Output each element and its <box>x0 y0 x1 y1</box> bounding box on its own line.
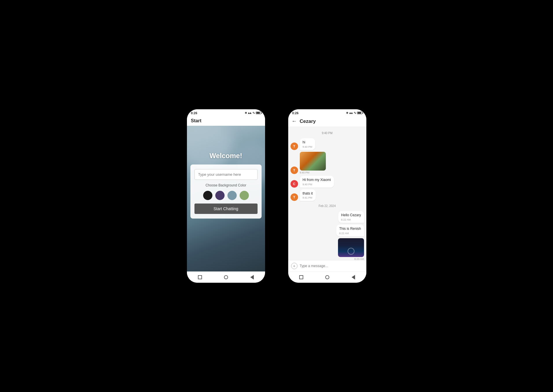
bubble-3: thats it 9:41 PM <box>300 189 316 201</box>
bubble-text-3: thats it <box>303 191 313 196</box>
bubble-time-2: 9:40 PM <box>303 183 331 186</box>
setup-card: Choose Background Color Start Chatting <box>190 164 262 219</box>
back-icon-2[interactable] <box>351 275 356 280</box>
welcome-text: Welcome! <box>187 152 265 160</box>
message-row-1: T hi 9:40 PM <box>291 138 364 150</box>
recents-icon[interactable] <box>223 275 229 280</box>
avatar-T-2: T <box>291 193 298 201</box>
phone-start: 0:26 ∗ ▴▴ ∿ Start Welcome! Choose Backgr… <box>187 109 265 283</box>
bubble-time-5: 6:22 AM <box>339 232 361 235</box>
chat-input-area: + <box>288 260 366 271</box>
message-row-img-1: T 9:40 PM <box>291 152 364 174</box>
date-divider-1: 9:40 PM <box>291 132 364 135</box>
status-icons-2: ∗ ▴▴ ∿ <box>346 111 362 115</box>
bubble-text-2: Hi from my Xiaomi <box>303 177 331 182</box>
avatar-T-1: T <box>291 143 298 150</box>
bubble-time-img1: 9:40 PM <box>300 171 326 174</box>
avatar-T-img: T <box>291 167 298 174</box>
chat-header: ← Cezary <box>288 116 366 127</box>
photo-device <box>338 238 364 257</box>
color-label: Choose Background Color <box>194 183 258 187</box>
wifi-icon-2: ∿ <box>354 111 356 115</box>
phone-chat: 0:26 ∗ ▴▴ ∿ ← Cezary 9:40 PM T hi 9:40 P… <box>288 109 366 283</box>
bubble-time-1: 9:40 PM <box>303 145 313 148</box>
status-bar-2: 0:26 ∗ ▴▴ ∿ <box>288 109 366 116</box>
bluetooth-icon: ∗ <box>245 111 247 115</box>
status-time-1: 0:26 <box>191 111 197 115</box>
chat-title: Cezary <box>300 119 316 124</box>
bubble-time-4: 6:22 AM <box>341 218 361 221</box>
add-attachment-button[interactable]: + <box>291 263 297 269</box>
start-content: Welcome! Choose Background Color Start C… <box>187 126 265 271</box>
recents-icon-2[interactable] <box>325 275 330 280</box>
message-row-img-2: 6:23 AM <box>291 238 364 260</box>
bubble-1: hi 9:40 PM <box>300 138 315 150</box>
app-header: Start <box>187 116 265 126</box>
status-icons-1: ∗ ▴▴ ∿ <box>245 111 261 115</box>
image-bubble-2: 6:23 AM <box>338 238 364 260</box>
wifi-icon: ∿ <box>252 111 255 115</box>
color-swatches <box>194 191 258 200</box>
photo-person <box>300 152 326 171</box>
bottom-nav-1 <box>187 271 265 283</box>
bubble-2: Hi from my Xiaomi 9:40 PM <box>300 176 334 188</box>
signal-icon-2: ▴▴ <box>349 111 353 115</box>
message-row-5: This is Renish 6:22 AM <box>291 225 364 236</box>
start-chatting-button[interactable]: Start Chatting <box>194 204 258 214</box>
image-bubble-1: 9:40 PM <box>300 152 326 174</box>
chat-messages: 9:40 PM T hi 9:40 PM T 9:40 PM C Hi from… <box>288 127 366 260</box>
bubble-text-4: Hello Cezary <box>341 213 361 218</box>
avatar-C: C <box>291 180 298 188</box>
header-title: Start <box>191 118 201 123</box>
bubble-5: This is Renish 6:22 AM <box>336 225 364 236</box>
bluetooth-icon-2: ∗ <box>346 111 348 115</box>
bubble-text-5: This is Renish <box>339 226 361 231</box>
bubble-time-3: 9:41 PM <box>303 196 313 199</box>
bubble-4: Hello Cezary 6:22 AM <box>338 211 364 223</box>
message-row-2: C Hi from my Xiaomi 9:40 PM <box>291 176 364 188</box>
message-input[interactable] <box>300 264 363 268</box>
swatch-blue-grey[interactable] <box>227 191 237 200</box>
battery-icon <box>256 112 261 114</box>
back-button[interactable]: ← <box>292 118 297 124</box>
username-input[interactable] <box>194 169 258 180</box>
signal-icon: ▴▴ <box>248 111 251 115</box>
swatch-sage-green[interactable] <box>240 191 249 200</box>
battery-icon-2 <box>357 112 362 114</box>
home-icon[interactable] <box>197 275 203 280</box>
home-icon-2[interactable] <box>299 275 304 280</box>
back-icon[interactable] <box>249 275 255 280</box>
status-bar-1: 0:26 ∗ ▴▴ ∿ <box>187 109 265 116</box>
bubble-text-1: hi <box>303 140 313 145</box>
bottom-nav-2 <box>288 271 366 283</box>
date-divider-2: Feb 22, 2024 <box>291 204 364 208</box>
swatch-purple[interactable] <box>215 191 225 200</box>
message-row-4: Hello Cezary 6:22 AM <box>291 211 364 223</box>
bubble-time-img2: 6:23 AM <box>338 258 364 260</box>
swatch-black[interactable] <box>203 191 212 200</box>
message-row-3: T thats it 9:41 PM <box>291 189 364 201</box>
status-time-2: 0:26 <box>292 111 299 115</box>
